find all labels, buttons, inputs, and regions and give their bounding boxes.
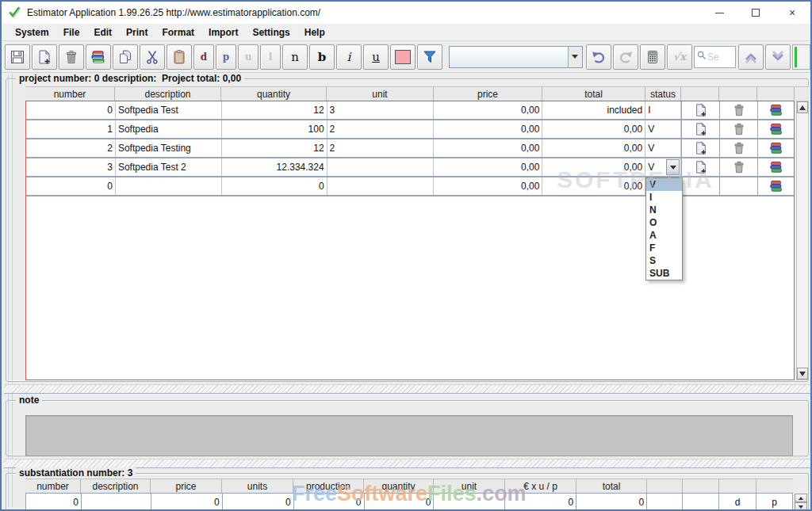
cell-quantity[interactable]: 100 <box>222 120 327 138</box>
sub-cell-units[interactable]: 0 <box>223 494 294 511</box>
cell-description[interactable]: Softpedia Test 2 <box>116 158 222 176</box>
toolbar-combobox[interactable] <box>449 46 583 68</box>
menu-help[interactable]: Help <box>297 25 332 40</box>
row-delete-button[interactable] <box>719 120 757 138</box>
cell-status[interactable]: V <box>645 120 681 138</box>
cell-price[interactable]: 0,00 <box>434 139 542 157</box>
dropdown-option[interactable]: S <box>646 254 682 267</box>
row-books-button[interactable] <box>757 120 794 138</box>
delete-button[interactable] <box>59 44 84 70</box>
vertical-scrollbar[interactable] <box>796 101 809 380</box>
sub-cell-price[interactable]: 0 <box>151 494 223 511</box>
cell-quantity[interactable]: 12.334.324 <box>222 158 327 176</box>
cell-description[interactable]: Softpedia Testing <box>116 139 222 157</box>
dropdown-option[interactable]: SUB <box>646 267 682 280</box>
cell-price[interactable]: 0,00 <box>434 120 542 138</box>
cell-total[interactable]: included <box>542 101 645 119</box>
cell-unit[interactable]: 2 <box>327 120 435 138</box>
sub-cell-description[interactable] <box>82 494 151 511</box>
row-new-item-button[interactable] <box>681 139 719 157</box>
menu-file[interactable]: File <box>56 25 87 40</box>
normal-style-button[interactable]: n <box>282 44 308 70</box>
cell-unit[interactable]: 2 <box>327 139 435 157</box>
sub-p-button[interactable]: p <box>756 494 792 511</box>
sub-cell-total[interactable]: 0 <box>576 494 647 511</box>
move-down-button[interactable] <box>765 44 791 70</box>
italic-button[interactable]: i <box>336 44 362 70</box>
close-button[interactable]: × <box>774 2 810 24</box>
cell-description[interactable]: Softpedia <box>116 120 222 138</box>
menu-edit[interactable]: Edit <box>86 25 119 40</box>
maximize-button[interactable] <box>737 2 774 24</box>
row-delete-button[interactable] <box>719 158 757 176</box>
menu-system[interactable]: System <box>8 25 56 40</box>
dropdown-option[interactable]: N <box>646 204 682 216</box>
scroll-up-button[interactable] <box>797 101 808 113</box>
scroll-down-button[interactable] <box>797 368 808 379</box>
spinner-up-button[interactable] <box>795 494 807 502</box>
cell-number[interactable]: 0 <box>26 177 116 195</box>
row-books-button[interactable] <box>757 177 794 195</box>
cell-status[interactable]: I <box>645 101 681 119</box>
cell-quantity[interactable]: 0 <box>222 177 327 195</box>
cut-button[interactable] <box>140 44 165 70</box>
d-button[interactable]: d <box>193 44 214 70</box>
redo-button[interactable] <box>613 44 638 70</box>
spinner-down-button[interactable] <box>795 502 807 511</box>
splitter-handle[interactable] <box>4 384 810 394</box>
cell-description[interactable]: Softpedia Test <box>116 101 222 119</box>
menu-print[interactable]: Print <box>119 25 155 40</box>
filter-button[interactable] <box>417 44 442 70</box>
underline-button[interactable]: u <box>363 44 389 70</box>
bold-button[interactable]: b <box>309 44 335 70</box>
calculator-button[interactable] <box>640 44 665 70</box>
cell-total[interactable]: 0,00 <box>542 139 645 157</box>
p-button[interactable]: p <box>216 44 236 70</box>
books-button[interactable] <box>86 44 111 70</box>
undo-button[interactable] <box>586 44 611 70</box>
row-new-item-button[interactable] <box>681 101 719 119</box>
paste-button[interactable] <box>167 44 192 70</box>
minimize-button[interactable] <box>701 2 737 24</box>
cell-quantity[interactable]: 12 <box>222 139 327 157</box>
cell-total[interactable]: 0,00 <box>542 120 645 138</box>
cell-unit[interactable]: 3 <box>327 101 435 119</box>
cell-number[interactable]: 1 <box>26 120 116 138</box>
row-books-button[interactable] <box>757 158 794 176</box>
move-up-button[interactable] <box>738 44 764 70</box>
new-item-button[interactable] <box>32 44 57 70</box>
row-delete-button[interactable] <box>719 139 757 157</box>
menu-import[interactable]: Import <box>201 25 245 40</box>
cell-quantity[interactable]: 12 <box>222 101 327 119</box>
cell-status[interactable]: V <box>645 139 681 157</box>
save-button[interactable] <box>5 44 30 70</box>
cell-number[interactable]: 0 <box>26 101 116 119</box>
cell-number[interactable]: 2 <box>26 139 116 157</box>
search-input[interactable]: Se <box>694 46 736 68</box>
u-button-disabled[interactable]: u <box>238 44 259 70</box>
row-books-button[interactable] <box>757 101 794 119</box>
row-books-button[interactable] <box>757 139 794 157</box>
cell-description[interactable] <box>116 177 222 195</box>
cell-unit[interactable] <box>327 177 435 195</box>
sqrt-button-disabled[interactable]: √x <box>667 44 692 70</box>
note-textarea[interactable] <box>25 415 793 456</box>
row-delete-button[interactable] <box>719 101 757 119</box>
cell-price[interactable]: 0,00 <box>434 177 542 195</box>
cell-unit[interactable] <box>327 158 435 176</box>
l-button-disabled[interactable]: l <box>260 44 281 70</box>
dropdown-option[interactable]: F <box>646 242 682 254</box>
copy-button[interactable] <box>113 44 138 70</box>
dropdown-option[interactable]: A <box>646 229 682 242</box>
cell-price[interactable]: 0,00 <box>434 101 542 119</box>
menu-settings[interactable]: Settings <box>245 25 297 40</box>
combobox-arrow-icon[interactable] <box>568 47 582 67</box>
menu-format[interactable]: Format <box>155 25 201 40</box>
cell-number[interactable]: 3 <box>26 158 116 176</box>
sub-d-button[interactable]: d <box>719 494 756 511</box>
cell-price[interactable]: 0,00 <box>434 158 542 176</box>
sub-cell-number[interactable]: 0 <box>26 494 82 511</box>
dropdown-option[interactable]: O <box>646 216 682 229</box>
color-button[interactable] <box>390 44 416 70</box>
row-new-item-button[interactable] <box>681 120 719 138</box>
